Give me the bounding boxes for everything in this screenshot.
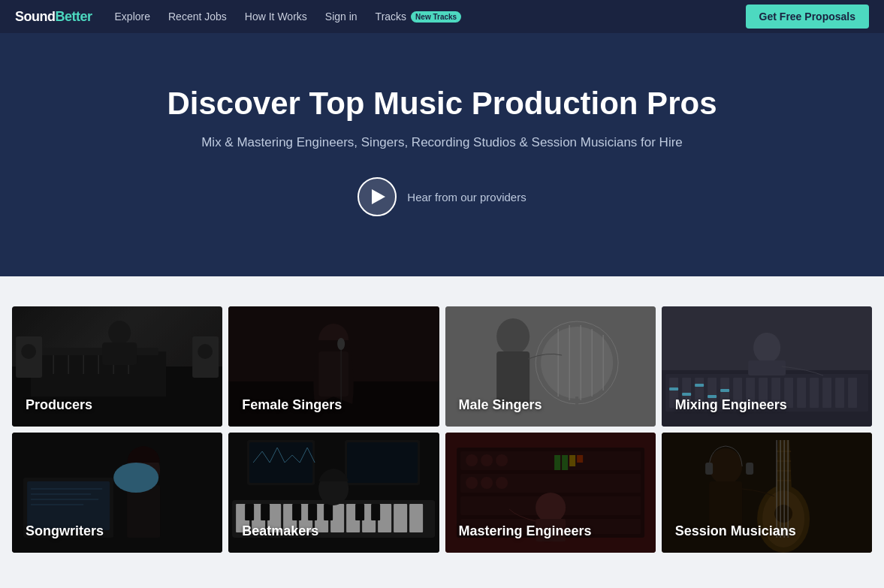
navbar: SoundBetter Explore Recent Jobs How It W… bbox=[0, 0, 884, 33]
hero-headline: Discover Top Music Production Pros bbox=[15, 86, 869, 122]
nav-how-it-works[interactable]: How It Works bbox=[245, 11, 307, 23]
category-male-singers[interactable]: Male Singers bbox=[445, 306, 656, 427]
category-session-musicians[interactable]: Session Musicians bbox=[662, 433, 872, 553]
card-label-male-singers: Male Singers bbox=[459, 397, 542, 413]
hero-section: Discover Top Music Production Pros Mix &… bbox=[0, 33, 884, 276]
new-tracks-badge: New Tracks bbox=[411, 11, 461, 23]
categories-section: Producers Female Singer bbox=[0, 276, 884, 568]
hero-subheadline: Mix & Mastering Engineers, Singers, Reco… bbox=[15, 135, 869, 150]
categories-grid: Producers Female Singer bbox=[12, 306, 872, 553]
card-label-songwriters: Songwriters bbox=[26, 523, 104, 539]
nav-tracks[interactable]: Tracks New Tracks bbox=[376, 11, 462, 23]
video-label: Hear from our providers bbox=[407, 191, 526, 204]
get-free-proposals-button[interactable]: Get Free Proposals bbox=[746, 5, 869, 29]
card-label-mastering-engineers: Mastering Engineers bbox=[459, 523, 592, 539]
card-label-producers: Producers bbox=[26, 397, 92, 413]
category-producers[interactable]: Producers bbox=[12, 306, 222, 427]
site-logo[interactable]: SoundBetter bbox=[15, 9, 92, 25]
nav-tracks-label: Tracks bbox=[376, 11, 406, 23]
nav-explore[interactable]: Explore bbox=[115, 11, 150, 23]
nav-recent-jobs[interactable]: Recent Jobs bbox=[168, 11, 227, 23]
category-songwriters[interactable]: Songwriters bbox=[12, 433, 222, 553]
category-mastering-engineers[interactable]: Mastering Engineers bbox=[445, 433, 656, 553]
card-label-session-musicians: Session Musicians bbox=[675, 523, 796, 539]
play-triangle bbox=[372, 189, 385, 204]
category-mixing-engineers[interactable]: Mixing Engineers bbox=[662, 306, 872, 427]
card-label-mixing-engineers: Mixing Engineers bbox=[675, 397, 787, 413]
nav-sign-in[interactable]: Sign in bbox=[325, 11, 358, 23]
play-icon bbox=[358, 177, 397, 216]
category-female-singers[interactable]: Female Singers bbox=[228, 306, 439, 427]
category-beatmakers[interactable]: Beatmakers bbox=[228, 433, 439, 553]
nav-links: Explore Recent Jobs How It Works Sign in… bbox=[115, 11, 746, 23]
card-label-female-singers: Female Singers bbox=[242, 397, 342, 413]
card-label-beatmakers: Beatmakers bbox=[242, 523, 318, 539]
video-play-button[interactable]: Hear from our providers bbox=[358, 177, 526, 216]
